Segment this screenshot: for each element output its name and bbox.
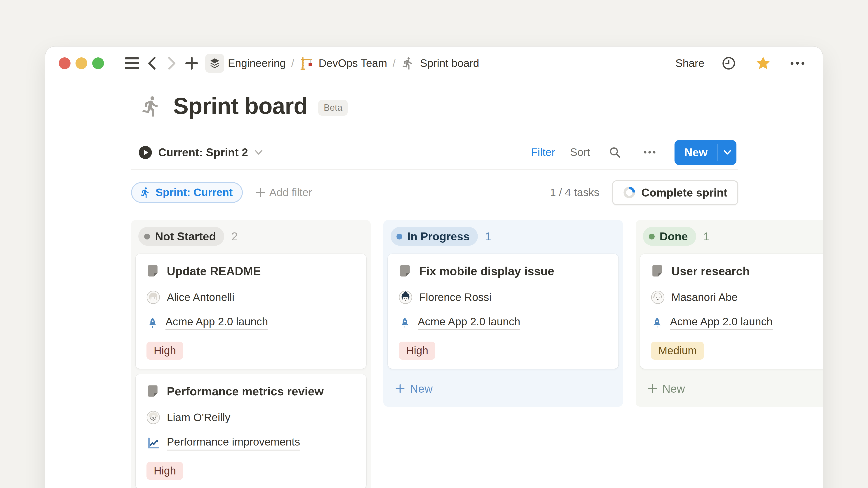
sprint-filter-chip[interactable]: Sprint: Current — [131, 182, 243, 203]
progress-ring-icon — [623, 186, 636, 199]
clock-icon — [721, 56, 736, 70]
workspace-switcher-button[interactable] — [205, 54, 224, 73]
view-toolbar: Current: Sprint 2 Filter Sort — [138, 138, 737, 166]
board-column-in-progress: In Progress 1 Fix mob — [383, 220, 623, 407]
page-header: Sprint board Beta — [140, 93, 348, 119]
maximize-window-button[interactable] — [92, 57, 104, 69]
column-header: Not Started 2 — [131, 220, 371, 246]
avatar — [399, 291, 412, 304]
stacked-layers-icon — [209, 58, 220, 69]
close-window-button[interactable] — [59, 57, 70, 69]
window-titlebar: Engineering / DevOps Team / — [45, 46, 823, 80]
play-circle-icon — [138, 145, 152, 159]
board-column-not-started: Not Started 2 Update — [131, 220, 371, 488]
chevron-down-icon — [254, 149, 263, 156]
avatar — [147, 411, 160, 424]
view-more-options-icon[interactable] — [640, 142, 659, 162]
card-assignee: Masanori Abe — [671, 291, 738, 304]
plus-icon — [255, 188, 265, 197]
new-page-button[interactable] — [182, 53, 202, 73]
add-card-button[interactable]: New — [383, 374, 623, 398]
task-card-fix-mobile-display-issue[interactable]: Fix mobile display issue — [388, 254, 618, 369]
app-window: Engineering / DevOps Team / — [45, 46, 823, 488]
card-project-link[interactable]: Acme App 2.0 launch — [670, 315, 773, 330]
card-title: User research — [671, 264, 750, 278]
status-dot — [144, 233, 150, 239]
page-title: Sprint board — [173, 93, 307, 119]
chevron-down-icon[interactable] — [718, 140, 737, 165]
window-controls — [59, 57, 104, 69]
priority-badge: High — [399, 341, 436, 360]
board-column-done: Done 1 User research — [636, 220, 823, 407]
complete-sprint-button[interactable]: Complete sprint — [612, 180, 738, 205]
column-count: 1 — [703, 230, 710, 243]
card-title: Fix mobile display issue — [419, 264, 554, 278]
card-assignee: Alice Antonelli — [167, 291, 235, 304]
rocket-icon — [399, 316, 411, 330]
plus-icon — [647, 384, 657, 394]
view-tools: Filter Sort New — [531, 140, 737, 165]
runner-icon — [139, 187, 151, 198]
status-pill-in-progress[interactable]: In Progress — [391, 227, 477, 246]
card-project-link[interactable]: Acme App 2.0 launch — [418, 315, 520, 330]
card-assignee: Liam O'Reilly — [167, 411, 230, 424]
sort-button[interactable]: Sort — [570, 146, 590, 159]
add-filter-button[interactable]: Add filter — [255, 186, 312, 199]
column-count: 1 — [485, 230, 491, 243]
breadcrumb-item-devops-team[interactable]: DevOps Team — [319, 57, 387, 70]
sprint-view-selector[interactable]: Current: Sprint 2 — [138, 145, 263, 159]
page-file-icon — [147, 264, 160, 278]
runner-icon — [401, 57, 414, 70]
chevron-left-icon — [146, 56, 158, 70]
status-pill-done[interactable]: Done — [643, 227, 696, 246]
priority-badge: High — [147, 341, 183, 360]
priority-badge: Medium — [651, 341, 704, 360]
back-button[interactable] — [142, 53, 162, 73]
breadcrumb: Engineering / DevOps Team / — [228, 57, 479, 70]
titlebar-actions: Share — [675, 53, 807, 73]
column-header: Done 1 — [636, 220, 823, 246]
page-file-icon — [651, 264, 664, 278]
status-dot — [649, 233, 655, 239]
crane-icon — [300, 57, 313, 70]
filter-button[interactable]: Filter — [531, 146, 555, 159]
breadcrumb-separator: / — [393, 57, 396, 70]
breadcrumb-item-sprint-board[interactable]: Sprint board — [420, 57, 479, 70]
avatar — [147, 291, 160, 304]
updates-button[interactable] — [719, 53, 739, 73]
task-card-user-research[interactable]: User research — [640, 254, 823, 369]
hamburger-menu-icon — [125, 57, 139, 70]
favorite-star-icon[interactable] — [753, 53, 773, 73]
kanban-board: Not Started 2 Update — [131, 220, 823, 488]
minimize-window-button[interactable] — [75, 57, 87, 69]
column-header: In Progress 1 — [383, 220, 623, 246]
status-dot — [397, 233, 402, 239]
card-project-link[interactable]: Acme App 2.0 launch — [165, 315, 268, 330]
sidebar-toggle-button[interactable] — [122, 53, 142, 73]
page-file-icon — [399, 264, 412, 278]
forward-button[interactable] — [162, 53, 182, 73]
status-pill-not-started[interactable]: Not Started — [138, 227, 224, 246]
card-project-link[interactable]: Performance improvements — [167, 435, 300, 451]
toolbar-divider — [131, 169, 738, 170]
card-assignee: Florence Rossi — [419, 291, 491, 304]
chevron-right-icon — [166, 56, 178, 70]
runner-page-icon[interactable] — [140, 95, 162, 117]
plus-icon — [395, 384, 405, 394]
page-file-icon — [147, 384, 160, 398]
desktop-background: Engineering / DevOps Team / — [0, 0, 868, 488]
breadcrumb-item-engineering[interactable]: Engineering — [228, 57, 286, 70]
card-title: Performance metrics review — [167, 384, 324, 398]
filter-bar: Sprint: Current Add filter 1 / 4 tasks — [131, 178, 738, 206]
search-icon[interactable] — [605, 142, 625, 162]
share-button[interactable]: Share — [675, 57, 704, 70]
add-card-button[interactable]: New — [636, 374, 823, 398]
priority-badge: High — [147, 462, 183, 480]
column-count: 2 — [231, 230, 238, 243]
chart-increase-icon — [147, 436, 160, 450]
task-card-update-readme[interactable]: Update README Alice — [135, 254, 366, 369]
task-card-performance-metrics-review[interactable]: Performance metrics review — [135, 374, 366, 488]
more-options-icon[interactable] — [787, 53, 807, 73]
rocket-icon — [651, 316, 663, 330]
new-task-button[interactable]: New — [675, 140, 737, 165]
